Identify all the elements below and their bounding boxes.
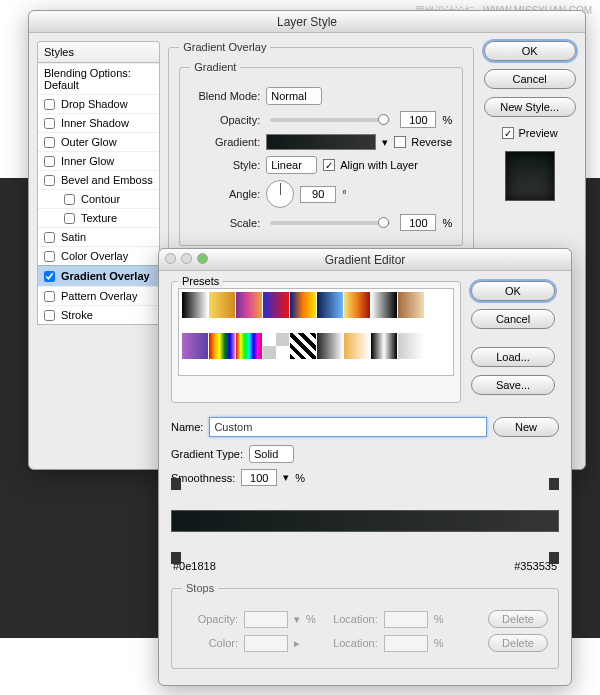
name-label: Name: xyxy=(171,421,203,433)
angle-degree: ° xyxy=(342,188,346,200)
preset-swatch-11[interactable] xyxy=(236,333,262,359)
new-style-button[interactable]: New Style... xyxy=(484,97,576,117)
delete-opacity-stop-button[interactable]: Delete xyxy=(488,610,548,628)
inner-glow-checkbox[interactable] xyxy=(44,156,55,167)
gradient-type-select[interactable]: Solid xyxy=(249,445,294,463)
stop-op-location-input[interactable] xyxy=(384,611,428,628)
effect-satin[interactable]: Satin xyxy=(38,227,159,246)
contour-checkbox[interactable] xyxy=(64,194,75,205)
stop-col-location-input[interactable] xyxy=(384,635,428,652)
preset-swatch-4[interactable] xyxy=(290,292,316,318)
gradient-overlay-checkbox[interactable] xyxy=(44,271,55,282)
preset-swatch-17[interactable] xyxy=(398,333,424,359)
preset-swatch-1[interactable] xyxy=(209,292,235,318)
ge-ok-button[interactable]: OK xyxy=(471,281,555,301)
preset-swatch-14[interactable] xyxy=(317,333,343,359)
angle-label: Angle: xyxy=(190,188,260,200)
blend-mode-select[interactable]: Normal xyxy=(266,87,322,105)
styles-sidebar: Styles Blending Options: Default Drop Sh… xyxy=(37,41,160,325)
effect-inner-shadow[interactable]: Inner Shadow xyxy=(38,113,159,132)
stop-color-dropdown-icon[interactable]: ▸ xyxy=(294,637,300,650)
stop-opacity-input[interactable] xyxy=(244,611,288,628)
align-checkbox[interactable]: ✓ xyxy=(323,159,335,171)
pattern-overlay-checkbox[interactable] xyxy=(44,291,55,302)
effect-drop-shadow[interactable]: Drop Shadow xyxy=(38,94,159,113)
minimize-dot-icon[interactable] xyxy=(181,253,192,264)
preset-grid xyxy=(178,288,454,376)
blending-options-row[interactable]: Blending Options: Default xyxy=(38,63,159,94)
opacity-stop-right[interactable] xyxy=(549,478,559,490)
preset-swatch-3[interactable] xyxy=(263,292,289,318)
preview-checkbox[interactable]: ✓ xyxy=(502,127,514,139)
effect-inner-glow[interactable]: Inner Glow xyxy=(38,151,159,170)
align-label: Align with Layer xyxy=(340,159,418,171)
gradient-bar[interactable] xyxy=(171,510,559,532)
pattern-overlay-label: Pattern Overlay xyxy=(61,290,137,302)
effect-outer-glow[interactable]: Outer Glow xyxy=(38,132,159,151)
color-stop-right[interactable] xyxy=(549,552,559,564)
preset-swatch-8[interactable] xyxy=(398,292,424,318)
bevel-label: Bevel and Emboss xyxy=(61,174,153,186)
preset-swatch-2[interactable] xyxy=(236,292,262,318)
ge-new-button[interactable]: New xyxy=(493,417,559,437)
drop-shadow-checkbox[interactable] xyxy=(44,99,55,110)
inner-shadow-checkbox[interactable] xyxy=(44,118,55,129)
preset-swatch-5[interactable] xyxy=(317,292,343,318)
effect-color-overlay[interactable]: Color Overlay xyxy=(38,246,159,265)
preset-swatch-10[interactable] xyxy=(209,333,235,359)
opacity-input[interactable] xyxy=(400,111,436,128)
opacity-percent: % xyxy=(442,114,452,126)
ge-save-button[interactable]: Save... xyxy=(471,375,555,395)
cancel-button[interactable]: Cancel xyxy=(484,69,576,89)
style-select[interactable]: Linear xyxy=(266,156,317,174)
preset-swatch-15[interactable] xyxy=(344,333,370,359)
satin-checkbox[interactable] xyxy=(44,232,55,243)
stroke-checkbox[interactable] xyxy=(44,310,55,321)
effect-contour[interactable]: Contour xyxy=(38,189,159,208)
effect-texture[interactable]: Texture xyxy=(38,208,159,227)
gradient-editor-dialog: Gradient Editor Presets OK Cancel Load..… xyxy=(158,248,572,686)
color-overlay-checkbox[interactable] xyxy=(44,251,55,262)
preset-swatch-7[interactable] xyxy=(371,292,397,318)
scale-percent: % xyxy=(442,217,452,229)
stop-opacity-label: Opacity: xyxy=(182,613,238,625)
texture-checkbox[interactable] xyxy=(64,213,75,224)
preset-swatch-0[interactable] xyxy=(182,292,208,318)
presets-label: Presets xyxy=(178,275,223,287)
scale-input[interactable] xyxy=(400,214,436,231)
stop-color-input[interactable] xyxy=(244,635,288,652)
gradient-swatch[interactable] xyxy=(266,134,376,150)
preset-swatch-16[interactable] xyxy=(371,333,397,359)
angle-dial[interactable] xyxy=(266,180,294,208)
opacity-slider[interactable] xyxy=(270,118,390,122)
ok-button[interactable]: OK xyxy=(484,41,576,61)
effect-gradient-overlay[interactable]: Gradient Overlay xyxy=(38,265,159,286)
ge-cancel-button[interactable]: Cancel xyxy=(471,309,555,329)
color-stop-left[interactable] xyxy=(171,552,181,564)
preset-swatch-9[interactable] xyxy=(182,333,208,359)
subpanel-title: Gradient xyxy=(190,61,240,73)
effect-stroke[interactable]: Stroke xyxy=(38,305,159,324)
opacity-stop-left[interactable] xyxy=(171,478,181,490)
preset-swatch-13[interactable] xyxy=(290,333,316,359)
style-label: Style: xyxy=(190,159,260,171)
zoom-dot-icon[interactable] xyxy=(197,253,208,264)
smoothness-input[interactable] xyxy=(241,469,277,486)
ge-load-button[interactable]: Load... xyxy=(471,347,555,367)
effect-bevel[interactable]: Bevel and Emboss xyxy=(38,170,159,189)
close-dot-icon[interactable] xyxy=(165,253,176,264)
delete-color-stop-button[interactable]: Delete xyxy=(488,634,548,652)
smoothness-dropdown-icon[interactable]: ▾ xyxy=(283,471,289,484)
preset-swatch-6[interactable] xyxy=(344,292,370,318)
name-input[interactable] xyxy=(209,417,487,437)
preset-swatch-12[interactable] xyxy=(263,333,289,359)
angle-input[interactable] xyxy=(300,186,336,203)
gradient-dropdown-icon[interactable]: ▾ xyxy=(382,136,388,149)
reverse-checkbox[interactable] xyxy=(394,136,406,148)
outer-glow-checkbox[interactable] xyxy=(44,137,55,148)
styles-header[interactable]: Styles xyxy=(37,41,160,63)
stop-opacity-dropdown-icon[interactable]: ▾ xyxy=(294,613,300,626)
effect-pattern-overlay[interactable]: Pattern Overlay xyxy=(38,286,159,305)
scale-slider[interactable] xyxy=(270,221,390,225)
bevel-checkbox[interactable] xyxy=(44,175,55,186)
